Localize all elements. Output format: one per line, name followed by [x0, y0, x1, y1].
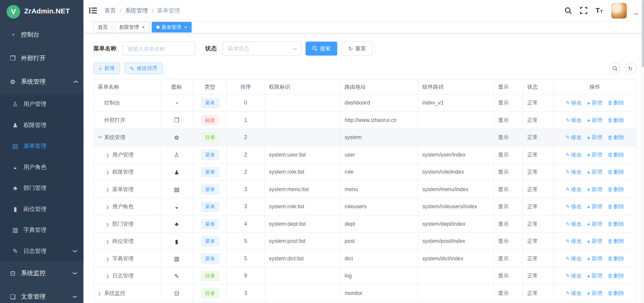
add-button[interactable]: + 新增: [93, 62, 120, 74]
delete-link[interactable]: 删除: [608, 99, 624, 106]
add-link[interactable]: +新增: [587, 185, 602, 193]
cell-status: 正常: [523, 163, 553, 180]
expand-arrow-icon[interactable]: ❯: [106, 205, 112, 209]
add-link[interactable]: +新增: [587, 99, 602, 106]
delete-link[interactable]: 删除: [608, 168, 624, 176]
user-avatar[interactable]: [611, 3, 627, 18]
edit-link[interactable]: ✎修改: [566, 134, 582, 141]
delete-link[interactable]: 删除: [608, 134, 624, 141]
delete-link[interactable]: 删除: [608, 203, 624, 210]
add-link[interactable]: +新增: [587, 289, 602, 297]
app-logo[interactable]: V ZrAdmin.NET: [0, 0, 84, 23]
table-refresh-button[interactable]: ↻: [625, 62, 636, 74]
view-tab[interactable]: 权限管理×: [115, 22, 149, 33]
search-button[interactable]: 搜索: [306, 42, 337, 56]
sidebar-item[interactable]: ♣部门管理: [0, 177, 84, 199]
view-tab[interactable]: 菜单管理×: [152, 22, 192, 33]
edit-link[interactable]: ✎修改: [566, 255, 582, 262]
table-row: ❯系统管理 ⚙ 目录 2 system 显示 正常 ✎修改 +新增 删除: [94, 129, 636, 146]
cell-permission: system:dict:list: [265, 250, 340, 267]
expand-arrow-icon[interactable]: ❯: [106, 240, 112, 244]
add-link[interactable]: +新增: [587, 237, 602, 245]
breadcrumb-item[interactable]: 系统管理: [125, 7, 148, 14]
reset-button[interactable]: ↻ 重置: [342, 42, 373, 56]
table-search-button[interactable]: [609, 62, 621, 74]
tab-close-icon[interactable]: ×: [142, 25, 145, 30]
sidebar-item[interactable]: ❏文章管理❯: [0, 285, 84, 303]
cell-route: roleusers: [340, 198, 418, 215]
sidebar-item[interactable]: ▮岗位管理: [0, 199, 84, 220]
expand-arrow-icon[interactable]: ❯: [106, 187, 112, 191]
cell-operations: ✎修改 +新增 删除: [553, 94, 637, 111]
cell-sort: 4: [227, 215, 265, 232]
sidebar-item[interactable]: ◒用户角色: [0, 157, 84, 178]
edit-link[interactable]: ✎修改: [566, 185, 582, 193]
delete-link[interactable]: 删除: [608, 237, 624, 245]
delete-link[interactable]: 删除: [608, 151, 624, 158]
expand-arrow-icon[interactable]: ❯: [106, 257, 112, 261]
collapse-arrow-icon[interactable]: ❯: [98, 135, 102, 140]
add-link[interactable]: +新增: [587, 116, 602, 124]
breadcrumb-item[interactable]: 首页: [104, 7, 116, 14]
cell-menu-name: ❯字典管理: [94, 250, 160, 267]
delete-link[interactable]: 删除: [608, 116, 624, 124]
sidebar-item[interactable]: ◔控制台: [0, 23, 84, 47]
sidebar-item[interactable]: ⚙系统管理❯: [0, 70, 84, 93]
cell-status: 正常: [523, 146, 553, 163]
header-search-icon[interactable]: [565, 7, 572, 14]
expand-arrow-icon[interactable]: ❯: [106, 153, 112, 157]
breadcrumb-item[interactable]: 菜单管理: [157, 7, 180, 14]
user-menu-caret-icon[interactable]: ❯: [634, 12, 639, 15]
modify-sort-button[interactable]: ✎ 修改排序: [124, 62, 163, 74]
add-link[interactable]: +新增: [587, 272, 602, 279]
expand-arrow-icon[interactable]: ❯: [106, 274, 112, 278]
edit-link[interactable]: ✎修改: [566, 272, 582, 279]
delete-link[interactable]: 删除: [608, 289, 624, 297]
sidebar-item[interactable]: ✎日志管理❯: [0, 241, 84, 262]
cell-status: 正常: [523, 94, 553, 111]
sidebar-item[interactable]: ♙用户管理: [0, 93, 84, 115]
fullscreen-icon[interactable]: [580, 7, 587, 14]
edit-link[interactable]: ✎修改: [566, 237, 582, 245]
edit-link[interactable]: ✎修改: [566, 289, 582, 297]
page-scrollbar[interactable]: [641, 0, 644, 303]
cell-menu-name: ❯菜单管理: [94, 181, 160, 198]
delete-link[interactable]: 删除: [608, 185, 624, 193]
edit-link[interactable]: ✎修改: [566, 116, 582, 124]
sidebar-item[interactable]: ♟权限管理: [0, 115, 84, 136]
delete-link[interactable]: 删除: [608, 272, 624, 279]
font-size-icon[interactable]: TT: [595, 7, 602, 14]
trash-icon: [608, 135, 612, 140]
cell-route: log: [340, 267, 418, 284]
edit-link[interactable]: ✎修改: [566, 99, 582, 106]
add-link[interactable]: +新增: [587, 168, 602, 176]
edit-link[interactable]: ✎修改: [566, 220, 582, 227]
edit-link[interactable]: ✎修改: [566, 168, 582, 176]
trash-icon: [608, 204, 612, 209]
add-link[interactable]: +新增: [587, 151, 602, 158]
expand-arrow-icon[interactable]: ❯: [106, 222, 112, 226]
status-select[interactable]: 菜单状态 ❯: [222, 42, 301, 56]
add-link[interactable]: +新增: [587, 203, 602, 210]
sidebar-item[interactable]: ⊡系统监控❯: [0, 262, 84, 285]
delete-link[interactable]: 删除: [608, 255, 624, 262]
add-link[interactable]: +新增: [587, 134, 602, 141]
edit-link[interactable]: ✎修改: [566, 203, 582, 210]
menu-name-input[interactable]: [122, 42, 195, 56]
expand-arrow-icon[interactable]: ❯: [98, 291, 104, 295]
menu-name-text: 用户管理: [112, 152, 134, 158]
expand-arrow-icon[interactable]: ❯: [106, 170, 112, 174]
scrollbar-thumb[interactable]: [642, 0, 644, 67]
tab-close-icon[interactable]: ×: [184, 25, 187, 30]
view-tab[interactable]: 首页: [93, 22, 112, 33]
menu-collapse-icon[interactable]: [89, 7, 97, 13]
sidebar-item[interactable]: ▤菜单管理: [0, 135, 84, 157]
edit-link[interactable]: ✎修改: [566, 151, 582, 158]
delete-link[interactable]: 删除: [608, 220, 624, 227]
sidebar-item[interactable]: ▥字典管理: [0, 219, 84, 241]
add-link[interactable]: +新增: [587, 255, 602, 262]
add-link[interactable]: +新增: [587, 220, 602, 227]
cell-icon: ⊡: [160, 285, 193, 302]
sidebar-item[interactable]: ❐外部打开: [0, 47, 84, 70]
cell-type: 菜单: [193, 198, 227, 215]
